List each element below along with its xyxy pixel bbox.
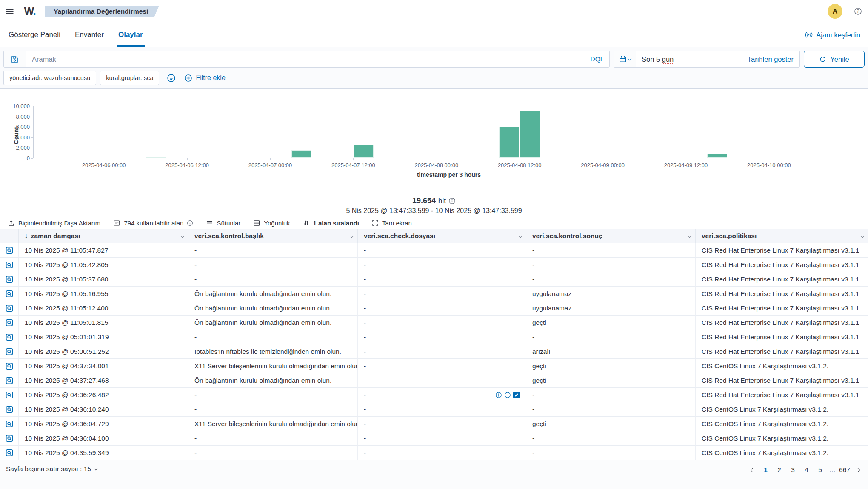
cell-check-title[interactable]: - [188,402,358,417]
filter-out-value-button[interactable] [504,392,511,398]
previous-page-button[interactable] [748,464,758,475]
cell-check-result[interactable]: - [526,272,696,287]
cell-check-title[interactable]: Ön bağlantının kurulu olmadığından emin … [188,287,358,301]
expand-row-button[interactable] [0,402,19,417]
tab-envanter[interactable]: Envanter [75,23,104,47]
cell-check-title[interactable]: - [188,388,358,402]
cell-check-result[interactable]: - [526,388,696,402]
expand-row-button[interactable] [0,373,19,388]
histogram-bar[interactable] [354,145,374,158]
page-button-4[interactable]: 4 [801,464,812,475]
cell-check-title[interactable]: - [188,258,358,272]
filter-pill[interactable]: yönetici.adı: wazuh-sunucusu [3,71,96,85]
expand-row-button[interactable] [0,446,19,460]
expand-row-button[interactable] [0,301,19,316]
header-cell-1[interactable]: ↓zaman damgası [19,229,188,243]
time-range-button[interactable]: Son 5 gün [636,55,674,63]
expand-row-button[interactable] [0,272,19,287]
chevron-down-icon[interactable] [350,234,354,238]
cell-timestamp[interactable]: 10 Nis 2025 @ 04:35:59.349 [19,446,188,460]
show-dates-button[interactable]: Tarihleri göster [748,55,799,63]
cell-check-result[interactable]: geçti [526,359,696,373]
chevron-down-icon[interactable] [181,234,184,238]
cell-policy[interactable]: CIS Red Hat Enterprise Linux 7 Karşılaşt… [696,316,868,330]
cell-check-result[interactable]: - [526,402,696,417]
cell-policy[interactable]: CIS CentOS Linux 7 Karşılaştırması v3.1.… [696,417,868,431]
cell-check-file[interactable]: - [358,359,526,373]
histogram-bar[interactable] [520,111,540,158]
header-cell-5[interactable]: veri.sca.politikası [696,229,868,243]
cell-timestamp[interactable]: 10 Nis 2025 @ 11:05:42.805 [19,258,188,272]
sort-fields-button[interactable]: 1 alan sıralandı [303,219,359,227]
fullscreen-button[interactable]: Tam ekran [372,219,412,227]
search-input[interactable] [26,51,585,67]
cell-check-file[interactable]: - [358,258,526,272]
cell-check-file[interactable]: - [358,373,526,388]
cell-check-title[interactable]: Ön bağlantının kurulu olmadığından emin … [188,301,358,316]
page-button-5[interactable]: 5 [815,464,826,475]
expand-row-button[interactable] [0,417,19,431]
cell-timestamp[interactable]: 10 Nis 2025 @ 11:05:12.400 [19,301,188,316]
filter-for-value-button[interactable] [495,392,502,398]
histogram-bar[interactable] [707,154,727,158]
histogram-bar[interactable] [291,150,311,158]
cell-policy[interactable]: CIS Red Hat Enterprise Linux 7 Karşılaşt… [696,373,868,388]
export-button[interactable]: Biçimlendirilmiş Dışa Aktarım [8,219,100,227]
avatar[interactable]: A [828,4,842,19]
page-button-last[interactable]: 667 [839,464,850,475]
cell-timestamp[interactable]: 10 Nis 2025 @ 11:05:01.815 [19,316,188,330]
density-button[interactable]: Yoğunluk [253,219,290,227]
expand-row-button[interactable] [0,243,19,258]
expand-row-button[interactable] [0,359,19,373]
page-button-2[interactable]: 2 [774,464,785,475]
cell-timestamp[interactable]: 10 Nis 2025 @ 04:36:04.729 [19,417,188,431]
cell-check-title[interactable]: - [188,330,358,344]
cell-timestamp[interactable]: 10 Nis 2025 @ 05:00:51.252 [19,344,188,359]
cell-check-title[interactable]: - [188,272,358,287]
rows-per-page-selector[interactable]: Sayfa başına satır sayısı : 15 [6,465,97,473]
cell-policy[interactable]: CIS Red Hat Enterprise Linux 7 Karşılaşt… [696,243,868,258]
edit-filter-button[interactable] [513,392,520,398]
cell-policy[interactable]: CIS Red Hat Enterprise Linux 7 Karşılaşt… [696,330,868,344]
save-query-icon[interactable] [4,51,26,67]
wazuh-logo[interactable]: W. [20,5,40,17]
cell-timestamp[interactable]: 10 Nis 2025 @ 04:37:27.468 [19,373,188,388]
cell-check-title[interactable]: - [188,243,358,258]
menu-hamburger-icon[interactable] [0,7,20,16]
cell-check-file[interactable]: - [358,272,526,287]
cell-timestamp[interactable]: 10 Nis 2025 @ 04:36:26.482 [19,388,188,402]
cell-check-title[interactable]: - [188,431,358,446]
cell-policy[interactable]: CIS CentOS Linux 7 Karşılaştırması v3.1.… [696,359,868,373]
cell-check-file[interactable]: - [358,301,526,316]
histogram-plot[interactable] [33,106,865,158]
cell-check-title[interactable]: - [188,446,358,460]
refresh-button[interactable]: Yenile [804,51,865,68]
query-language-button[interactable]: DQL [585,51,609,67]
expand-row-button[interactable] [0,258,19,272]
cell-timestamp[interactable]: 10 Nis 2025 @ 04:36:10.240 [19,402,188,417]
tab-gösterge-paneli[interactable]: Gösterge Paneli [9,23,60,47]
chevron-down-icon[interactable] [688,234,691,238]
page-button-3[interactable]: 3 [788,464,799,475]
cell-check-file[interactable]: - [358,243,526,258]
cell-check-title[interactable]: Iptables'ın nftables ile temizlendiğinde… [188,344,358,359]
cell-check-file[interactable]: - [358,417,526,431]
cell-policy[interactable]: CIS Red Hat Enterprise Linux 7 Karşılaşt… [696,388,868,402]
cell-check-file[interactable]: - [358,388,526,402]
header-cell-3[interactable]: veri.sca.check.dosyası [358,229,526,243]
cell-check-file[interactable]: - [358,287,526,301]
expand-row-button[interactable] [0,388,19,402]
cell-check-title[interactable]: Ön bağlantının kurulu olmadığından emin … [188,373,358,388]
cell-policy[interactable]: CIS Red Hat Enterprise Linux 7 Karşılaşt… [696,344,868,359]
cell-check-result[interactable]: - [526,330,696,344]
expand-row-button[interactable] [0,316,19,330]
histogram-bar[interactable] [499,127,519,158]
header-cell-2[interactable]: veri.sca.kontrol.başlık [188,229,358,243]
cell-check-result[interactable]: geçti [526,373,696,388]
cell-timestamp[interactable]: 10 Nis 2025 @ 05:01:01.319 [19,330,188,344]
cell-policy[interactable]: CIS Red Hat Enterprise Linux 7 Karşılaşt… [696,287,868,301]
cell-check-result[interactable]: geçti [526,417,696,431]
expand-row-button[interactable] [0,431,19,446]
info-icon[interactable] [448,197,456,205]
tab-olaylar[interactable]: Olaylar [118,23,143,47]
